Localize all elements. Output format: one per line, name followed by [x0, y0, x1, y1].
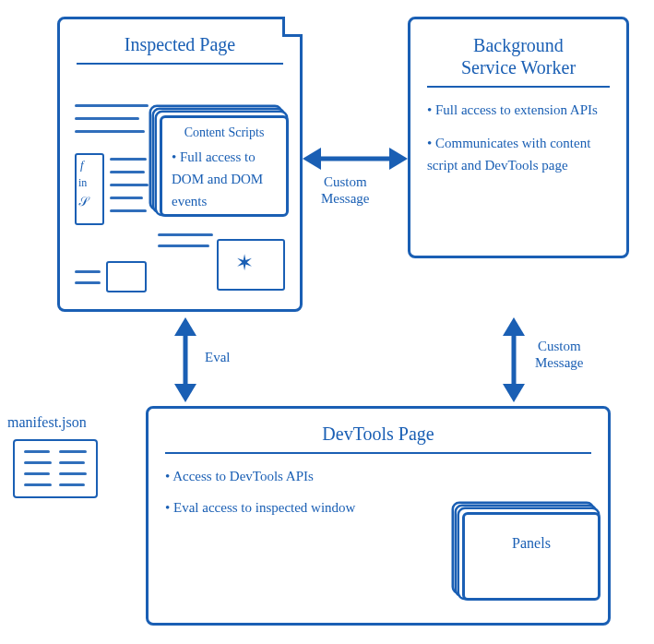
inspected-page-box: Inspected Page f in 𝒮 ✶ Content Scripts …	[57, 17, 303, 312]
content-scripts-title: Content Scripts	[172, 125, 277, 140]
svg-marker-4	[174, 317, 196, 336]
svg-marker-2	[389, 148, 408, 170]
background-title: Background Service Worker	[427, 34, 610, 78]
arrow-eval	[170, 317, 201, 402]
svg-marker-8	[503, 384, 525, 402]
background-bullet: Full access to extension APIs	[427, 99, 610, 121]
manifest-doc-icon	[13, 439, 98, 498]
scribble	[75, 270, 101, 273]
divider	[165, 452, 591, 454]
divider	[427, 86, 610, 88]
inspected-page-title: Inspected Page	[77, 34, 283, 55]
arrow-label-custom-message-h: Custom Message	[321, 173, 370, 207]
divider	[77, 63, 283, 65]
scribble	[110, 184, 149, 186]
scribble	[75, 281, 101, 284]
scribble	[158, 233, 213, 236]
panels-box: Panels	[462, 512, 600, 601]
scribble	[75, 130, 145, 133]
svg-marker-5	[174, 384, 196, 402]
scribble	[75, 117, 139, 120]
scribble	[75, 104, 149, 107]
scribble	[110, 209, 147, 212]
svg-marker-7	[503, 317, 525, 336]
content-scripts-box: Content Scripts Full access to DOM and D…	[160, 115, 289, 217]
devtools-bullet: Access to DevTools APIs	[165, 465, 591, 487]
scribble	[110, 158, 147, 161]
panels-label: Panels	[474, 535, 589, 552]
background-title-text: Background Service Worker	[461, 35, 576, 78]
dogear-icon	[282, 17, 303, 37]
scribble	[110, 171, 145, 173]
social-glyph: f	[80, 158, 84, 173]
scribble	[110, 197, 143, 199]
arrow-label-custom-message-v: Custom Message	[535, 338, 584, 371]
background-bullet: Communicates with content script and Dev…	[427, 132, 610, 176]
background-box: Background Service Worker Full access to…	[408, 17, 629, 258]
arrow-label-eval: Eval	[205, 349, 231, 365]
social-glyph: 𝒮	[78, 195, 88, 209]
manifest-label: manifest.json	[7, 413, 87, 431]
splash-icon: ✶	[235, 250, 254, 276]
devtools-title: DevTools Page	[165, 423, 591, 445]
content-scripts-bullet: Full access to DOM and DOM events	[172, 146, 277, 212]
social-glyph: in	[78, 176, 87, 190]
svg-marker-1	[303, 148, 321, 170]
arrow-custom-message-vertical	[498, 317, 529, 402]
arrow-custom-message-horizontal	[303, 142, 408, 175]
scribble	[158, 244, 209, 247]
thumb-box	[106, 261, 147, 292]
devtools-box: DevTools Page Access to DevTools APIs Ev…	[146, 406, 611, 626]
